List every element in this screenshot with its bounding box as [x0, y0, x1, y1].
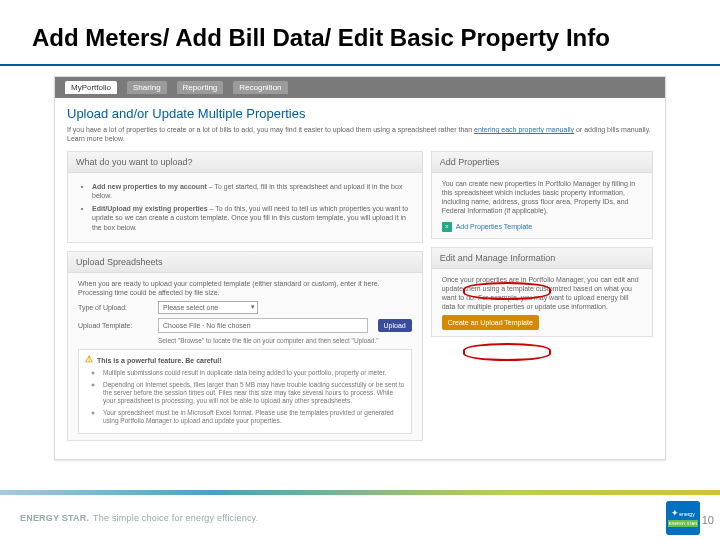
- add-properties-intro: You can create new properties in Portfol…: [442, 179, 642, 215]
- tab-myportfolio[interactable]: MyPortfolio: [65, 81, 117, 94]
- logo-band: ENERGY STAR: [668, 520, 698, 527]
- warning-icon: ⚠: [85, 354, 93, 366]
- warn-item-3: Your spreadsheet must be in Microsoft Ex…: [103, 409, 405, 426]
- type-select[interactable]: Please select one: [158, 301, 258, 314]
- tab-reporting[interactable]: Reporting: [177, 81, 224, 94]
- footer-text: ENERGY STAR.The simple choice for energy…: [20, 513, 258, 523]
- upload-help: Select "Browse" to locate the file on yo…: [158, 337, 412, 345]
- option-edit-properties: Edit/Upload my existing properties – To …: [92, 204, 412, 231]
- page-intro: If you have a lot of properties to creat…: [67, 125, 653, 143]
- slide-title: Add Meters/ Add Bill Data/ Edit Basic Pr…: [0, 0, 720, 66]
- tab-bar: MyPortfolio Sharing Reporting Recognitio…: [55, 77, 665, 98]
- upload-spreadsheets-panel: Upload Spreadsheets When you are ready t…: [67, 251, 423, 441]
- option-add-properties: Add new properties to my account – To ge…: [92, 182, 412, 200]
- upload-intro: When you are ready to upload your comple…: [78, 279, 412, 297]
- spreadsheet-link-right[interactable]: this spreadsheet: [442, 189, 493, 196]
- tab-recognition[interactable]: Recognition: [233, 81, 287, 94]
- file-input[interactable]: Choose File · No file chosen: [158, 318, 368, 333]
- upload-button[interactable]: Upload: [378, 319, 412, 332]
- warn-item-2: Depending on Internet speeds, files larg…: [103, 381, 405, 406]
- what-upload-head: What do you want to upload?: [68, 152, 422, 173]
- add-properties-head: Add Properties: [432, 152, 652, 173]
- xls-icon: x: [442, 222, 452, 232]
- edit-manage-head: Edit and Manage Information: [432, 248, 652, 269]
- entering-manually-link[interactable]: entering each property manually: [474, 126, 574, 133]
- logo-star-icon: ✦energy: [671, 509, 694, 518]
- spreadsheet-link-left[interactable]: this spreadsheet: [277, 183, 328, 190]
- slide-footer: ENERGY STAR.The simple choice for energy…: [0, 490, 720, 540]
- upload-spreadsheets-head: Upload Spreadsheets: [68, 252, 422, 273]
- custom-template-link[interactable]: create a custom template.: [149, 214, 230, 221]
- portfolio-manager-screenshot: MyPortfolio Sharing Reporting Recognitio…: [54, 76, 666, 460]
- add-properties-template-link[interactable]: Add Properties Template: [456, 222, 533, 231]
- page-header: Upload and/or Update Multiple Properties…: [55, 98, 665, 151]
- page-number: 10: [702, 514, 714, 526]
- page-heading: Upload and/or Update Multiple Properties: [67, 106, 653, 121]
- warning-box: ⚠This is a powerful feature. Be careful!…: [78, 349, 412, 433]
- what-upload-panel: What do you want to upload? Add new prop…: [67, 151, 423, 242]
- template-label: Upload Template:: [78, 321, 148, 330]
- create-upload-template-button[interactable]: Create an Upload Template: [442, 315, 539, 330]
- callout-circle-create-template: [463, 343, 551, 361]
- callout-circle-spreadsheet: [463, 282, 551, 300]
- warn-item-1: Multiple submissions could result in dup…: [103, 369, 405, 377]
- tab-sharing[interactable]: Sharing: [127, 81, 167, 94]
- energy-star-logo: ✦energy ENERGY STAR: [666, 501, 700, 535]
- type-label: Type of Upload:: [78, 303, 148, 312]
- add-properties-panel: Add Properties You can create new proper…: [431, 151, 653, 238]
